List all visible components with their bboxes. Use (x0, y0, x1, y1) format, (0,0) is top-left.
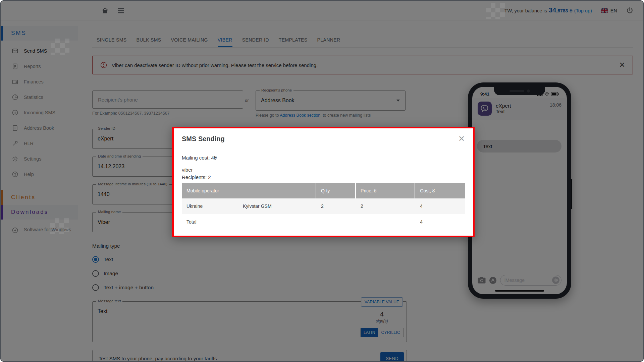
total-price-cell (356, 215, 415, 229)
country-cell: Ukraine (186, 203, 243, 209)
operator-cell: Kyivstar GSM (243, 203, 272, 209)
total-qty-cell (316, 215, 356, 229)
mailing-cost: Mailing cost: 4₴ (182, 155, 465, 161)
channel-name: viber (182, 167, 465, 173)
qty-cell: 2 (316, 198, 356, 214)
total-cost-cell: 4 (415, 215, 465, 229)
cost-cell: 4 (415, 198, 465, 214)
table-row: Ukraine Kyivstar GSM 2 2 4 (182, 198, 465, 214)
cost-table: Mobile operator Q-ty Price, ₴ Cost, ₴ Uk… (182, 183, 465, 229)
modal-title: SMS Sending (182, 135, 225, 143)
browser-window: TW, your balance is 34,6783 ₴ (Top up) E… (0, 0, 644, 362)
modal-header: SMS Sending ✕ (174, 128, 473, 148)
modal-close-icon[interactable]: ✕ (458, 135, 465, 143)
column-header: Mobile operator (182, 183, 316, 198)
price-cell: 2 (356, 198, 415, 214)
table-total-row: Total 4 (182, 214, 465, 229)
sms-sending-modal: SMS Sending ✕ Mailing cost: 4₴ viber Rec… (172, 127, 475, 237)
column-header: Price, ₴ (356, 183, 415, 198)
modal-body: Mailing cost: 4₴ viber Recipients: 2 Mob… (174, 148, 473, 229)
column-header: Q-ty (316, 183, 356, 198)
column-header: Cost, ₴ (415, 183, 465, 198)
total-label-cell: Total (182, 215, 316, 229)
cost-table-header: Mobile operator Q-ty Price, ₴ Cost, ₴ (182, 183, 465, 198)
recipients-count: Recipients: 2 (182, 174, 465, 180)
